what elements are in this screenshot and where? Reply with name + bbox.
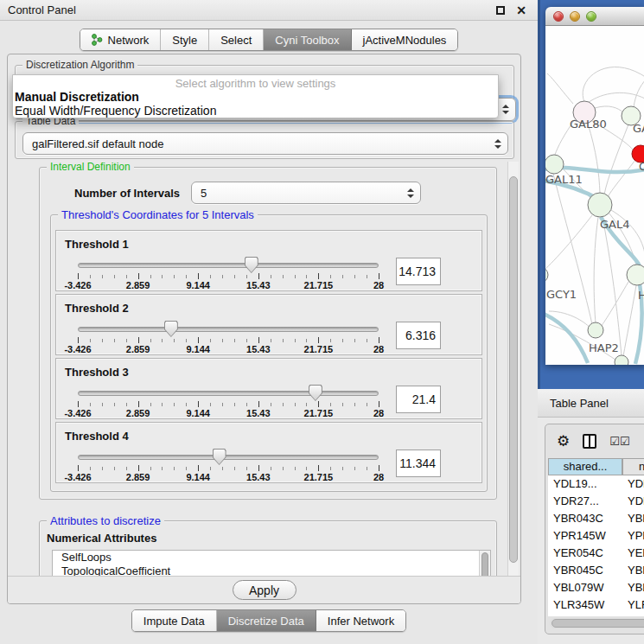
network-edge[interactable]: [545, 215, 592, 271]
table-panel-titlebar: Table Panel: [538, 389, 644, 418]
network-node-gal4[interactable]: [588, 193, 612, 217]
tab-style[interactable]: Style: [161, 29, 209, 50]
algorithm-dropdown-popup: Select algorithm to view settings Manual…: [12, 74, 499, 118]
thresholds-group: Threshold's Coordinates for 5 Intervals …: [50, 214, 488, 492]
slider-track[interactable]: [78, 327, 379, 332]
network-edge[interactable]: [595, 106, 623, 112]
network-edge[interactable]: [601, 282, 628, 327]
minimize-light[interactable]: [570, 11, 580, 22]
popup-item-equal-width-frequency[interactable]: Equal Width/Frequency Discretization: [13, 104, 498, 118]
cell-shared-name[interactable]: YDL19...: [548, 475, 622, 493]
threshold-value-field[interactable]: 11.344: [396, 450, 441, 477]
split-columns-icon[interactable]: [583, 434, 596, 449]
table-row[interactable]: YLR345WYLR3: [548, 596, 644, 614]
table-row[interactable]: YDR27...YDR2: [548, 493, 644, 510]
zoom-light[interactable]: [586, 11, 596, 22]
network-canvas[interactable]: GAL80GACGAL11GAL4GCY1HHAP2: [545, 26, 644, 365]
table-row[interactable]: YBL079WYBL0: [548, 579, 644, 596]
slider-thumb[interactable]: [213, 449, 226, 465]
tab-infer-network[interactable]: Infer Network: [316, 610, 405, 631]
select-columns-icon[interactable]: ☑☑: [609, 435, 629, 448]
network-edge[interactable]: [553, 174, 592, 324]
network-edge[interactable]: [547, 73, 573, 104]
popup-hint: Select algorithm to view settings: [13, 75, 498, 90]
slider-thumb[interactable]: [309, 385, 322, 401]
network-node-gcy1[interactable]: [545, 267, 548, 283]
network-node-h-partial[interactable]: [627, 265, 644, 285]
threshold-slider[interactable]: -3.4262.8599.14415.4321.71528: [78, 444, 379, 482]
network-edge[interactable]: [623, 285, 636, 356]
tab-jactivemnodules[interactable]: jActiveMNodules: [352, 29, 458, 50]
tab-select[interactable]: Select: [209, 29, 264, 50]
network-node-gal11[interactable]: [545, 155, 564, 174]
slider-track[interactable]: [78, 455, 379, 460]
cell-name[interactable]: YBL0: [622, 579, 644, 596]
cell-shared-name[interactable]: YDR27...: [548, 493, 622, 510]
threshold-value-field[interactable]: 14.713: [396, 258, 441, 285]
table-data-combobox[interactable]: galFiltered.sif default node: [22, 132, 508, 155]
network-edge[interactable]: [603, 217, 622, 355]
network-node-hap2[interactable]: [588, 322, 603, 338]
threshold-value-field[interactable]: 6.316: [396, 322, 441, 349]
table-row[interactable]: YIL052CYIL0: [548, 614, 644, 616]
cell-shared-name[interactable]: YBL079W: [548, 579, 622, 596]
slider-track[interactable]: [78, 263, 379, 268]
cell-name[interactable]: YDR2: [622, 493, 644, 510]
popup-item-manual-discretization[interactable]: Manual Discretization: [13, 90, 498, 104]
threshold-slider[interactable]: -3.4262.8599.14415.4321.71528: [78, 252, 379, 290]
apply-button[interactable]: Apply: [233, 580, 296, 600]
threshold-value-field[interactable]: 21.4: [396, 386, 441, 413]
tab-impute-data[interactable]: Impute Data: [132, 610, 217, 631]
slider-thumb[interactable]: [164, 321, 178, 337]
tab-label: Infer Network: [328, 615, 394, 628]
cell-shared-name[interactable]: YIL052C: [548, 614, 622, 616]
threshold-label: Threshold 4: [56, 423, 481, 443]
float-window-icon[interactable]: [496, 6, 505, 15]
tab-network[interactable]: Network: [80, 29, 162, 50]
slider-thumb[interactable]: [245, 257, 258, 273]
gear-icon[interactable]: ⚙: [557, 434, 570, 449]
table-panel-body: ⚙ ☑☑ shared... n... YDL19...YDL1YDR27...…: [545, 424, 644, 634]
cell-shared-name[interactable]: YER054C: [548, 545, 622, 562]
table-horizontal-scrollbar[interactable]: [550, 618, 644, 628]
control-panel-scrollbar[interactable]: [507, 162, 519, 577]
cell-name[interactable]: YLR3: [622, 596, 644, 614]
table-row[interactable]: YBR045CYBR0: [548, 562, 644, 579]
network-edge[interactable]: [594, 217, 598, 323]
close-icon[interactable]: ✕: [516, 4, 526, 16]
numerical-attributes-label: Numerical Attributes: [47, 532, 496, 545]
table-row[interactable]: YDL19...YDL1: [548, 475, 644, 493]
number-of-intervals-combobox[interactable]: 5: [191, 182, 421, 204]
column-header-name[interactable]: n...: [622, 458, 644, 475]
cell-shared-name[interactable]: YPR145W: [548, 527, 622, 545]
close-light[interactable]: [553, 11, 564, 22]
threshold-slider[interactable]: -3.4262.8599.14415.4321.71528: [78, 316, 379, 354]
threshold-box-threshold-4: Threshold 4-3.4262.8599.14415.4321.71528…: [55, 422, 482, 483]
network-edge[interactable]: [608, 160, 635, 197]
network-edge[interactable]: [634, 80, 644, 107]
cell-shared-name[interactable]: YBR043C: [548, 510, 622, 527]
column-header-shared-name[interactable]: shared...: [548, 458, 622, 475]
cell-name[interactable]: YDL1: [622, 475, 644, 493]
cell-name[interactable]: YBR0: [622, 562, 644, 579]
cell-name[interactable]: YER0: [622, 545, 644, 562]
cell-name[interactable]: YIL0: [622, 614, 644, 616]
attributes-list-scrollbar[interactable]: [479, 551, 490, 577]
numerical-attributes-list[interactable]: SelfLoopsTopologicalCoefficientBetweenne…: [52, 550, 491, 577]
cell-shared-name[interactable]: YLR345W: [548, 596, 622, 614]
table-row[interactable]: YBR043CYBR0: [548, 510, 644, 527]
table-row[interactable]: YER054CYER0: [548, 545, 644, 562]
network-node-label: GAL80: [570, 118, 607, 131]
slider-track[interactable]: [78, 391, 379, 396]
network-node-bottom-partial[interactable]: [615, 355, 628, 365]
table-row[interactable]: YPR145WYPR1: [548, 527, 644, 545]
threshold-slider[interactable]: -3.4262.8599.14415.4321.71528: [78, 380, 379, 418]
attribute-item-selfloops[interactable]: SelfLoops: [53, 551, 490, 564]
tab-discretize-data[interactable]: Discretize Data: [217, 610, 316, 631]
cell-shared-name[interactable]: YBR045C: [548, 562, 622, 579]
tab-cyni-toolbox[interactable]: Cyni Toolbox: [264, 29, 351, 50]
cell-name[interactable]: YPR1: [622, 527, 644, 545]
cell-name[interactable]: YBR0: [622, 510, 644, 527]
network-edge[interactable]: [583, 67, 644, 102]
network-edge[interactable]: [588, 124, 600, 193]
